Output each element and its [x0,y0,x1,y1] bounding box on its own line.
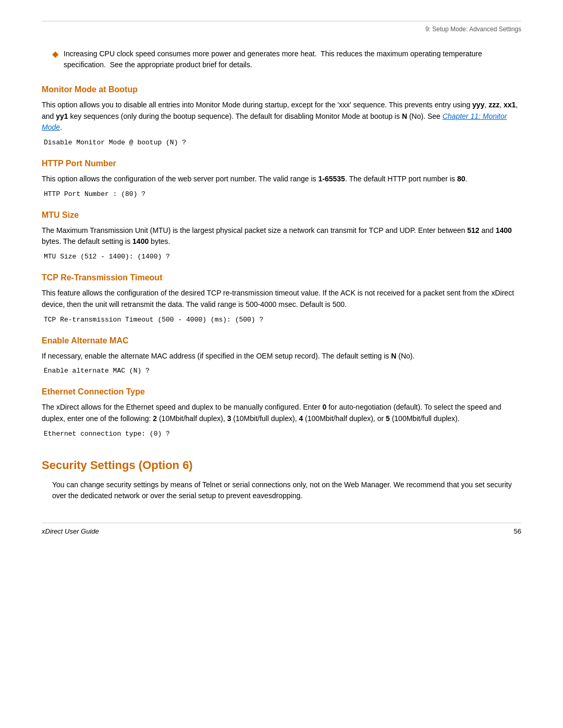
section-body-http-port: This option allows the configuration of … [42,174,521,185]
major-section-body-security: You can change security settings by mean… [42,479,521,502]
bullet-item: ◆ Increasing CPU clock speed consumes mo… [52,48,521,70]
section-body-ethernet-connection-type: The xDirect allows for the Ethernet spee… [42,402,521,424]
section-body-enable-alternate-mac: If necessary, enable the alternate MAC a… [42,351,521,362]
bullet-text: Increasing CPU clock speed consumes more… [64,48,521,70]
section-http-port: HTTP Port Number This option allows the … [42,159,521,198]
code-enable-alternate-mac: Enable alternate MAC (N) ? [42,367,521,375]
section-title-ethernet-connection-type: Ethernet Connection Type [42,387,521,397]
code-ethernet-connection-type: Ethernet connection type: (0) ? [42,430,521,438]
code-mtu-size: MTU Size (512 - 1400): (1400) ? [42,253,521,261]
section-security-settings: Security Settings (Option 6) You can cha… [42,459,521,502]
code-monitor-mode: Disable Monitor Mode @ bootup (N) ? [42,139,521,146]
page-header: 9: Setup Mode: Advanced Settings [42,26,521,33]
footer-page-number: 56 [514,527,521,535]
section-title-tcp-retransmission: TCP Re-Transmission Timeout [42,273,521,282]
section-body-monitor-mode: This option allows you to disable all en… [42,100,521,133]
section-mtu-size: MTU Size The Maximum Transmission Unit (… [42,211,521,261]
footer-product-name: xDirect User Guide [42,527,99,535]
section-body-mtu-size: The Maximum Transmission Unit (MTU) is t… [42,225,521,248]
section-enable-alternate-mac: Enable Alternate MAC If necessary, enabl… [42,336,521,375]
section-monitor-mode: Monitor Mode at Bootup This option allow… [42,85,521,146]
section-tcp-retransmission: TCP Re-Transmission Timeout This feature… [42,273,521,323]
bullet-section: ◆ Increasing CPU clock speed consumes mo… [42,48,521,70]
header-divider [42,21,521,21]
section-body-tcp-retransmission: This feature allows the configuration of… [42,288,521,310]
section-title-mtu-size: MTU Size [42,211,521,220]
major-section-title-security: Security Settings (Option 6) [42,459,521,472]
section-title-enable-alternate-mac: Enable Alternate MAC [42,336,521,346]
code-tcp-retransmission: TCP Re-transmission Timeout (500 - 4000)… [42,316,521,324]
chapter-title: 9: Setup Mode: Advanced Settings [425,26,521,33]
bullet-diamond-icon: ◆ [52,49,58,59]
monitor-mode-link[interactable]: Chapter 11: Monitor Mode [42,112,507,132]
footer: xDirect User Guide 56 [42,523,521,535]
page-container: 9: Setup Mode: Advanced Settings ◆ Incre… [0,0,563,728]
section-ethernet-connection-type: Ethernet Connection Type The xDirect all… [42,387,521,437]
section-title-monitor-mode: Monitor Mode at Bootup [42,85,521,94]
code-http-port: HTTP Port Number : (80) ? [42,190,521,198]
section-title-http-port: HTTP Port Number [42,159,521,168]
